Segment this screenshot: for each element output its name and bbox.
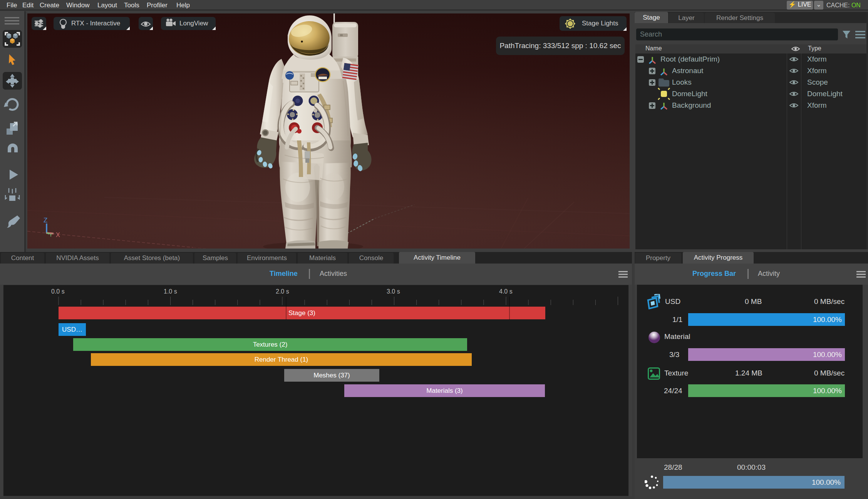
svg-text:Z: Z: [44, 217, 47, 224]
svg-text:Y: Y: [49, 231, 53, 238]
svg-text:4.0 s: 4.0 s: [499, 288, 513, 295]
svg-text:0.0 s: 0.0 s: [51, 288, 65, 295]
svg-text:1.0 s: 1.0 s: [164, 288, 177, 295]
svg-text:3.0 s: 3.0 s: [387, 288, 400, 295]
svg-text:X: X: [56, 232, 60, 238]
svg-text:2.0 s: 2.0 s: [276, 288, 289, 295]
